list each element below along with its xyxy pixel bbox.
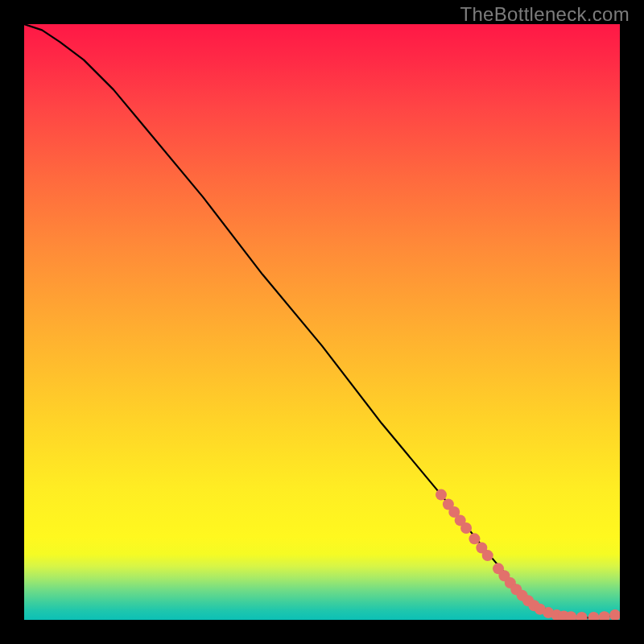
data-point — [469, 533, 480, 544]
chart-svg — [24, 24, 620, 620]
line-curve — [24, 24, 620, 618]
watermark-text: TheBottleneck.com — [460, 3, 630, 26]
data-point — [436, 489, 447, 501]
chart-frame: TheBottleneck.com — [0, 0, 644, 644]
data-point — [609, 609, 620, 620]
plot-area — [24, 24, 620, 620]
scatter-points — [436, 489, 620, 620]
data-point — [599, 611, 610, 620]
data-point — [588, 612, 599, 620]
data-point — [460, 522, 472, 534]
data-point — [576, 612, 588, 620]
data-point — [482, 550, 493, 561]
